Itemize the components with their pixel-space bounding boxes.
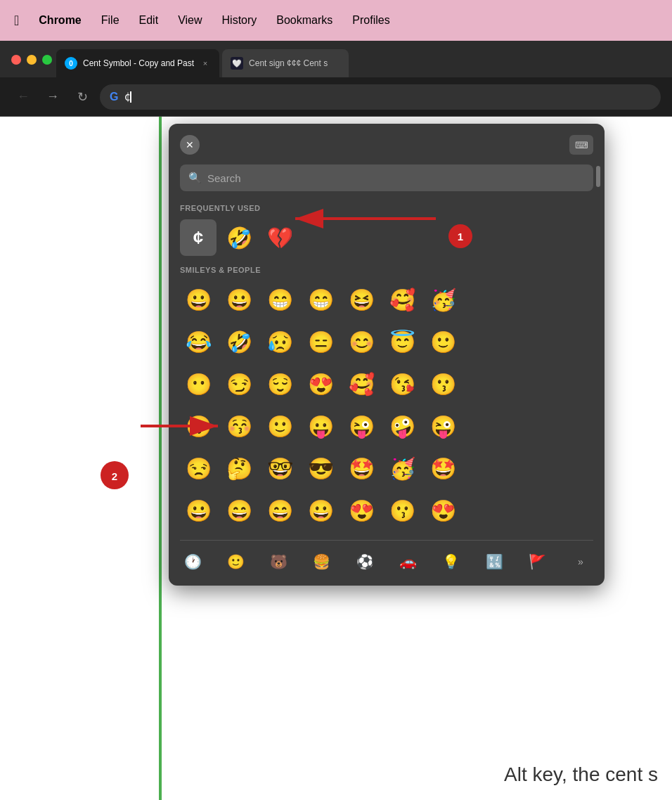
emoji-starstruck[interactable]: 🤩 [343, 450, 380, 486]
maximize-button[interactable] [42, 55, 52, 65]
emoji-tongue2[interactable]: 😜 [425, 408, 461, 444]
emoji-misc3[interactable]: 😄 [261, 492, 298, 529]
reload-button[interactable]: ↻ [70, 85, 94, 109]
emoji-rofl2[interactable]: 🤣 [221, 323, 257, 360]
forward-button[interactable]: → [41, 85, 65, 109]
emoji-neutral[interactable]: 😑 [302, 323, 339, 360]
menubar-file[interactable]: File [101, 14, 119, 27]
menubar-edit[interactable]: Edit [139, 14, 159, 27]
smileys-row-3: 😶 😏 😌 😍 🥰 😘 😗 [180, 366, 593, 402]
picker-close-button[interactable]: ✕ [180, 135, 200, 155]
emoji-laugh[interactable]: 😆 [343, 281, 380, 318]
menubar-history[interactable]: History [222, 14, 257, 27]
emoji-sparkling[interactable]: 🥰 [343, 366, 380, 402]
menubar-profiles[interactable]: Profiles [352, 14, 389, 27]
tab-title-1: Cent Symbol - Copy and Past [83, 58, 194, 68]
sidebar-border [159, 117, 162, 800]
menubar:  Chrome File Edit View History Bookmark… [0, 0, 672, 41]
emoji-smile[interactable]: 😊 [343, 323, 380, 360]
emoji-zany[interactable]: 🤪 [384, 408, 420, 444]
cat-more[interactable]: » [568, 549, 593, 574]
emoji-slight[interactable]: 🙂 [425, 323, 461, 360]
emoji-beam[interactable]: 😁 [261, 281, 298, 318]
smileys-row-4: 😙 😚 🙂 😛 😜 🤪 😜 [180, 408, 593, 444]
address-text: ¢ [124, 91, 131, 103]
emoji-misc7[interactable]: 😍 [425, 492, 461, 529]
tab-active[interactable]: 0 Cent Symbol - Copy and Past × [56, 49, 219, 77]
cat-activities[interactable]: ⚽ [352, 549, 377, 574]
cat-recent[interactable]: 🕐 [180, 549, 205, 574]
emoji-misc1[interactable]: 😀 [180, 492, 217, 529]
emoji-halo[interactable]: 😇 [384, 323, 420, 360]
menubar-chrome[interactable]: Chrome [39, 14, 81, 27]
address-bar[interactable]: G ¢ [100, 84, 661, 110]
toolbar: ← → ↻ G ¢ [0, 77, 672, 117]
tab-close-1[interactable]: × [200, 58, 211, 69]
tab-favicon-2: 🤍 [231, 57, 243, 70]
close-button[interactable] [11, 55, 21, 65]
emoji-misc5[interactable]: 😍 [343, 492, 380, 529]
emoji-misc6[interactable]: 😗 [384, 492, 420, 529]
emoji-cool[interactable]: 😎 [302, 450, 339, 486]
emoji-cent[interactable]: ¢ [180, 219, 217, 256]
emoji-wink-tongue[interactable]: 😜 [343, 408, 380, 444]
smileys-row-2: 😂 🤣 😥 😑 😊 😇 🙂 [180, 323, 593, 360]
smileys-row-1: 😀 😀 😁 😁 😆 🥰 🥳 [180, 281, 593, 318]
cat-smileys[interactable]: 🙂 [223, 549, 248, 574]
picker-scroll-area[interactable]: FREQUENTLY USED ¢ 🤣 💔 SMILEYS & PEOPLE 😀… [180, 204, 593, 534]
keyboard-icon-button[interactable]: ⌨ [569, 135, 593, 155]
cat-travel[interactable]: 🚗 [396, 549, 421, 574]
emoji-kiss3[interactable]: 😚 [221, 408, 257, 444]
emoji-thinking[interactable]: 🤔 [221, 450, 257, 486]
page-content: ✕ ⌨ 🔍 Search FREQUENTLY USED ¢ 🤣 💔 SMILE… [0, 117, 672, 800]
emoji-relieved[interactable]: 😌 [261, 366, 298, 402]
emoji-star-eyes[interactable]: 🥰 [384, 281, 420, 318]
minimize-button[interactable] [27, 55, 37, 65]
emoji-beam2[interactable]: 😁 [302, 281, 339, 318]
emoji-misc2[interactable]: 😄 [221, 492, 257, 529]
emoji-kiss2[interactable]: 😙 [180, 408, 217, 444]
frequently-used-row: ¢ 🤣 💔 [180, 219, 593, 256]
back-button[interactable]: ← [11, 85, 35, 109]
cat-animals[interactable]: 🐻 [266, 549, 292, 574]
menubar-view[interactable]: View [178, 14, 202, 27]
emoji-lol[interactable]: 😂 [180, 323, 217, 360]
browser-window: 0 Cent Symbol - Copy and Past × 🤍 Cent s… [0, 41, 672, 800]
page-bottom-text: Alt key, the cent s [504, 763, 658, 786]
cat-food[interactable]: 🍔 [309, 549, 335, 574]
emoji-kiss[interactable]: 😘 [384, 366, 420, 402]
category-bar: 🕐 🙂 🐻 🍔 ⚽ 🚗 💡 🔣 🚩 » [180, 540, 593, 574]
emoji-unamused[interactable]: 😒 [180, 450, 217, 486]
scrollbar[interactable] [596, 166, 600, 187]
emoji-broken-heart[interactable]: 💔 [261, 219, 298, 256]
search-placeholder: Search [207, 172, 241, 184]
emoji-smile2[interactable]: 🙂 [261, 408, 298, 444]
cat-flags[interactable]: 🚩 [525, 549, 550, 574]
tab-title-2: Cent sign ¢¢¢ Cent s [249, 58, 340, 68]
emoji-tongue[interactable]: 😛 [302, 408, 339, 444]
search-bar[interactable]: 🔍 Search [180, 164, 593, 191]
emoji-nerd[interactable]: 🤓 [261, 450, 298, 486]
emoji-no-mouth[interactable]: 😶 [180, 366, 217, 402]
left-sidebar [0, 117, 162, 800]
emoji-party[interactable]: 🥳 [425, 281, 461, 318]
emoji-rofl[interactable]: 🤣 [221, 219, 257, 256]
picker-header: ✕ ⌨ [180, 135, 593, 155]
tab-2[interactable]: 🤍 Cent sign ¢¢¢ Cent s [222, 49, 349, 77]
menubar-bookmarks[interactable]: Bookmarks [276, 14, 332, 27]
emoji-party2[interactable]: 🥳 [384, 450, 420, 486]
emoji-sweat[interactable]: 😥 [261, 323, 298, 360]
tab-bar: 0 Cent Symbol - Copy and Past × 🤍 Cent s… [0, 41, 672, 77]
cat-objects[interactable]: 💡 [439, 549, 464, 574]
emoji-grin[interactable]: 😀 [180, 281, 217, 318]
emoji-heart-eyes[interactable]: 😍 [302, 366, 339, 402]
cat-symbols[interactable]: 🔣 [482, 549, 507, 574]
emoji-misc4[interactable]: 😀 [302, 492, 339, 529]
apple-icon[interactable]:  [14, 13, 19, 29]
emoji-kissing[interactable]: 😗 [425, 366, 461, 402]
smileys-row-5: 😒 🤔 🤓 😎 🤩 🥳 🤩 [180, 450, 593, 486]
google-icon: G [110, 91, 118, 103]
emoji-grin2[interactable]: 😀 [221, 281, 257, 318]
emoji-starstruck2[interactable]: 🤩 [425, 450, 461, 486]
emoji-smirk[interactable]: 😏 [221, 366, 257, 402]
